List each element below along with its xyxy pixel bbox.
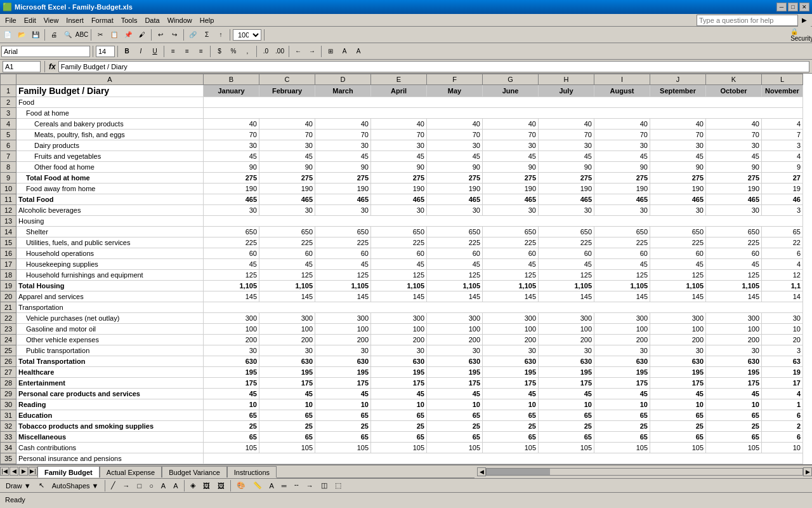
col-header-d[interactable]: D <box>315 74 371 85</box>
col-header-g[interactable]: G <box>483 74 539 85</box>
sheet-tab-actual-expense[interactable]: Actual Expense <box>100 466 162 478</box>
sheet-tab-family-budget[interactable]: Family Budget <box>37 466 100 478</box>
cell-b3[interactable] <box>204 108 803 119</box>
cell-a31[interactable]: Education <box>16 410 204 421</box>
cell-a5[interactable]: Meats, poultry, fish, and eggs <box>16 130 204 140</box>
cell-a23[interactable]: Gasoline and motor oil <box>16 324 204 335</box>
cell-a6[interactable]: Dairy products <box>16 140 204 151</box>
cell-a3[interactable]: Food at home <box>16 108 204 119</box>
shadow-button[interactable]: ◫ <box>318 480 331 491</box>
horizontal-scrollbar[interactable] <box>486 468 803 476</box>
cell-a35[interactable]: Personal insurance and pensions <box>16 453 204 464</box>
cell-b1[interactable]: January <box>204 85 259 97</box>
cell-a4[interactable]: Cereals and bakery products <box>16 119 204 130</box>
cell-d1[interactable]: March <box>315 85 371 97</box>
menu-tools[interactable]: Tools <box>117 15 141 25</box>
copy-button[interactable]: 📋 <box>108 29 121 41</box>
cell-a33[interactable]: Miscellaneous <box>16 432 204 443</box>
fill-color-button[interactable]: A <box>338 45 351 58</box>
cell-b2[interactable] <box>204 97 803 108</box>
cell-a34[interactable]: Cash contributions <box>16 443 204 453</box>
italic-button[interactable]: I <box>134 45 147 58</box>
cell-j1[interactable]: September <box>650 85 706 97</box>
3d-button[interactable]: ⬚ <box>332 480 344 491</box>
save-button[interactable]: 💾 <box>29 29 42 41</box>
cell-k1[interactable]: October <box>706 85 762 97</box>
cell-a7[interactable]: Fruits and vegetables <box>16 151 204 162</box>
formula-input[interactable] <box>58 61 809 72</box>
oval-tool-button[interactable]: ○ <box>146 481 157 491</box>
cell-i1[interactable]: August <box>594 85 650 97</box>
col-header-c[interactable]: C <box>259 74 315 85</box>
paste-button[interactable]: 📌 <box>122 29 134 41</box>
arrow-tool-button[interactable]: → <box>120 481 133 491</box>
print-button[interactable]: 🖨 <box>48 29 60 41</box>
cell-h1[interactable]: July <box>539 85 594 97</box>
select-objects-button[interactable]: ↖ <box>36 480 48 491</box>
line-tool-button[interactable]: ╱ <box>108 480 119 491</box>
print-preview-button[interactable]: 🔍 <box>62 29 74 41</box>
cut-button[interactable]: ✂ <box>94 29 107 41</box>
draw-menu-button[interactable]: Draw ▼ <box>3 481 34 491</box>
security-button[interactable]: 🔒 Security... <box>798 29 811 41</box>
minimize-button[interactable]: ─ <box>776 3 787 11</box>
align-center-button[interactable]: ≡ <box>181 45 193 58</box>
fill-color-draw-button[interactable]: 🎨 <box>233 480 249 491</box>
col-header-h[interactable]: H <box>539 74 594 85</box>
help-search-input[interactable] <box>697 15 798 26</box>
cell-a9[interactable]: Total Food at home <box>16 173 204 184</box>
cell-a11[interactable]: Total Food <box>16 194 204 205</box>
cell-a22[interactable]: Vehicle purchases (net outlay) <box>16 313 204 324</box>
cell-reference-box[interactable] <box>3 61 41 72</box>
cell-a20[interactable]: Apparel and services <box>16 291 204 302</box>
cell-a15[interactable]: Utilities, fuels, and public services <box>16 237 204 248</box>
col-header-l[interactable]: L <box>762 74 803 85</box>
line-color-button[interactable]: 📏 <box>250 480 265 491</box>
cell-f1[interactable]: May <box>427 85 483 97</box>
menu-format[interactable]: Format <box>88 15 117 25</box>
tab-prev-button[interactable]: ◀ <box>10 467 18 476</box>
increase-decimal-button[interactable]: .0 <box>259 45 272 58</box>
decrease-decimal-button[interactable]: .00 <box>273 45 286 58</box>
maximize-button[interactable]: □ <box>788 3 798 11</box>
align-right-button[interactable]: ≡ <box>195 45 207 58</box>
cell-a16[interactable]: Household operations <box>16 248 204 259</box>
cell-a12[interactable]: Alcoholic beverages <box>16 205 204 216</box>
comma-button[interactable]: , <box>241 45 254 58</box>
cell-a21[interactable]: Transportation <box>16 302 204 313</box>
cell-a14[interactable]: Shelter <box>16 227 204 237</box>
cell-c1[interactable]: February <box>259 85 315 97</box>
align-left-button[interactable]: ≡ <box>167 45 180 58</box>
spell-check-button[interactable]: ABC <box>75 29 88 41</box>
redo-button[interactable]: ↪ <box>168 29 181 41</box>
format-painter-button[interactable]: 🖌 <box>136 29 148 41</box>
dash-style-button[interactable]: ╌ <box>291 480 302 491</box>
cell-l1[interactable]: November <box>762 85 803 97</box>
cell-a32[interactable]: Tobacco products and smoking supplies <box>16 421 204 432</box>
cell-a29[interactable]: Personal care products and services <box>16 389 204 399</box>
new-button[interactable]: 📄 <box>1 29 14 41</box>
help-search-icon[interactable]: ▶ <box>798 14 811 27</box>
cell-a13[interactable]: Housing <box>16 216 204 227</box>
sort-asc-button[interactable]: ↑ <box>214 29 227 41</box>
tab-last-button[interactable]: ▶| <box>29 467 37 476</box>
picture-button[interactable]: 🖼 <box>214 481 228 491</box>
cell-a28[interactable]: Entertainment <box>16 378 204 389</box>
cell-a30[interactable]: Reading <box>16 399 204 410</box>
cell-a2[interactable]: Food <box>16 97 204 108</box>
close-button[interactable]: ✕ <box>799 3 809 11</box>
font-select[interactable] <box>1 46 90 57</box>
cell-a10[interactable]: Food away from home <box>16 184 204 194</box>
tab-first-button[interactable]: |◀ <box>0 467 9 476</box>
col-header-j[interactable]: J <box>650 74 706 85</box>
percent-button[interactable]: % <box>227 45 240 58</box>
cell-a26[interactable]: Total Transportation <box>16 356 204 367</box>
autosum-button[interactable]: Σ <box>200 29 213 41</box>
cell-a18[interactable]: Household furnishings and equipment <box>16 270 204 281</box>
menu-data[interactable]: Data <box>141 15 163 25</box>
font-color-draw-button[interactable]: A <box>266 481 277 491</box>
cell-a19[interactable]: Total Housing <box>16 281 204 291</box>
cell-b4[interactable]: 40 <box>204 119 259 130</box>
increase-indent-button[interactable]: → <box>306 45 318 58</box>
cell-g1[interactable]: June <box>483 85 539 97</box>
